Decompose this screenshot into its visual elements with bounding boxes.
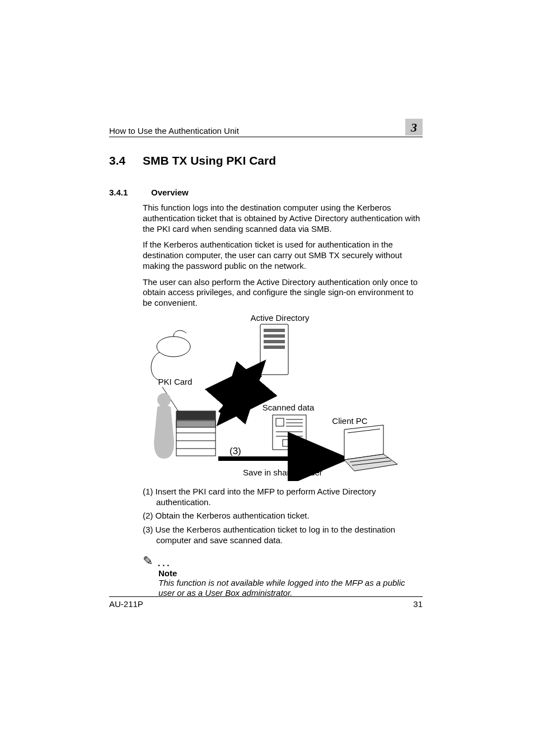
laptop-icon — [344, 425, 397, 471]
running-header: How to Use the Authentication Unit 3 — [109, 119, 423, 137]
step-3: (3) Use the Kerberos authentication tick… — [143, 525, 423, 546]
svg-rect-3 — [264, 340, 285, 343]
diagram: Active Directory PKI Card — [143, 313, 423, 483]
footer-model: AU-211P — [109, 599, 143, 609]
chapter-badge: 3 — [405, 119, 423, 136]
diagram-label-save: Save in shared folder — [243, 468, 322, 477]
page-body: How to Use the Authentication Unit 3 3.4… — [109, 119, 423, 599]
note-text: This function is not available while log… — [158, 578, 423, 599]
paragraph-3: The user can also perform the Active Dir… — [143, 277, 423, 309]
svg-rect-4 — [264, 346, 285, 349]
step-2: (2) Obtain the Kerberos authentication t… — [143, 511, 423, 521]
svg-point-7 — [157, 393, 171, 407]
diagram-label-client: Client PC — [332, 416, 368, 426]
diagram-svg: Active Directory PKI Card — [143, 313, 400, 481]
mfp-icon — [176, 411, 216, 456]
svg-rect-10 — [176, 421, 216, 427]
subsection-title: Overview — [151, 188, 189, 197]
svg-line-14 — [220, 366, 260, 413]
paragraph-1: This function logs into the destination … — [143, 203, 423, 234]
paragraph-2: If the Kerberos authentication ticket is… — [143, 240, 423, 271]
section-heading: 3.4 SMB TX Using PKI Card — [109, 154, 423, 167]
diagram-label-pki: PKI Card — [158, 377, 193, 386]
diagram-label-ad: Active Directory — [250, 313, 310, 323]
footer-page: 31 — [413, 599, 423, 609]
running-head-text: How to Use the Authentication Unit — [109, 126, 239, 136]
card-reader-icon — [151, 330, 190, 380]
svg-rect-9 — [176, 411, 216, 420]
server-icon — [260, 324, 288, 375]
subsection-number: 3.4.1 — [109, 188, 151, 197]
person-icon — [154, 393, 174, 459]
section-number: 3.4 — [109, 154, 143, 167]
diagram-label-scanned: Scanned data — [263, 403, 315, 412]
svg-rect-23 — [283, 440, 297, 446]
note-block: ✎ ... Note This function is not availabl… — [143, 554, 423, 599]
svg-rect-1 — [264, 329, 285, 332]
svg-rect-17 — [276, 418, 284, 426]
note-label: Note — [158, 568, 423, 578]
diagram-steps: (1) Insert the PKI card into the MFP to … — [143, 487, 423, 546]
document-icon — [273, 415, 306, 450]
page-footer: AU-211P 31 — [109, 596, 423, 609]
subsection-heading: 3.4.1 Overview — [109, 188, 423, 197]
diagram-marker-3: (3) — [229, 446, 241, 456]
note-icon: ✎ ... — [143, 557, 171, 567]
step-1: (1) Insert the PKI card into the MFP to … — [143, 487, 423, 508]
diagram-marker-2: (2) — [245, 394, 256, 405]
diagram-marker-1: (1) — [231, 374, 243, 385]
svg-point-5 — [157, 337, 190, 357]
section-title: SMB TX Using PKI Card — [143, 154, 276, 167]
svg-rect-2 — [264, 334, 285, 338]
